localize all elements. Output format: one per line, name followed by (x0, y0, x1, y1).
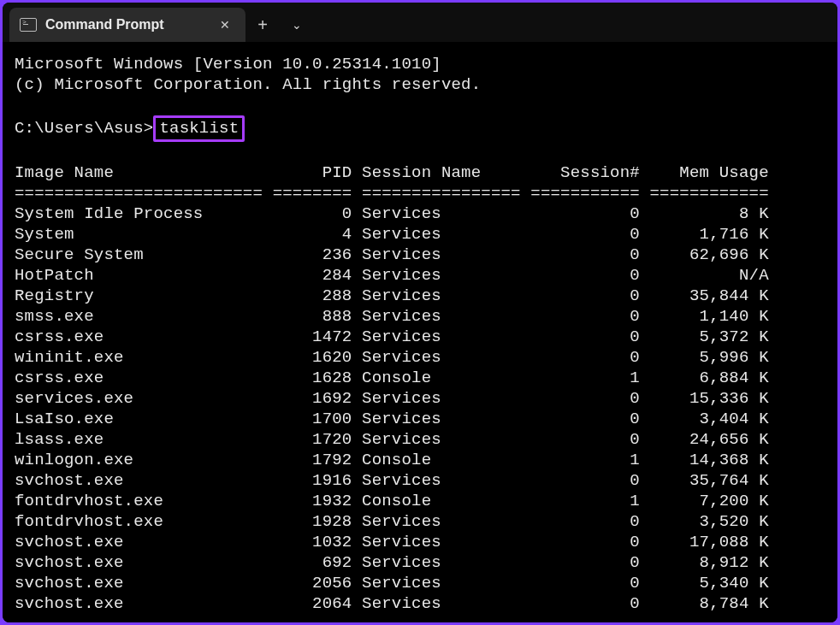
table-row: svchost.exe 1032 Services 0 17,088 K (15, 533, 769, 551)
table-row: svchost.exe 1916 Services 0 35,764 K (15, 471, 769, 490)
table-header: Image Name PID Session Name Session# Mem… (15, 163, 769, 182)
table-row: csrss.exe 1472 Services 0 5,372 K (15, 327, 769, 346)
table-row: smss.exe 888 Services 0 1,140 K (15, 307, 769, 326)
table-row: svchost.exe 2064 Services 0 8,784 K (15, 594, 769, 613)
tab-title: Command Prompt (45, 17, 216, 32)
table-row: fontdrvhost.exe 1932 Console 1 7,200 K (15, 492, 769, 510)
table-row: services.exe 1692 Services 0 15,336 K (15, 389, 769, 408)
table-row: lsass.exe 1720 Services 0 24,656 K (15, 430, 769, 449)
table-row: svchost.exe 2056 Services 0 5,340 K (15, 574, 769, 593)
table-row: HotPatch 284 Services 0 N/A (15, 266, 769, 285)
table-row: csrss.exe 1628 Console 1 6,884 K (15, 369, 769, 387)
table-row: System Idle Process 0 Services 0 8 K (15, 204, 769, 223)
header-line-2: (c) Microsoft Corporation. All rights re… (15, 75, 481, 94)
tab-close-button[interactable]: ✕ (216, 18, 234, 32)
tab-dropdown-button[interactable]: ⌄ (280, 8, 314, 42)
new-tab-button[interactable]: + (245, 8, 280, 42)
window: Command Prompt ✕ + ⌄ Microsoft Windows [… (3, 3, 837, 622)
titlebar: Command Prompt ✕ + ⌄ (3, 3, 837, 42)
terminal-icon (20, 18, 37, 32)
table-separator: ========================= ======== =====… (15, 184, 769, 203)
table-row: Secure System 236 Services 0 62,696 K (15, 245, 769, 264)
table-row: svchost.exe 692 Services 0 8,912 K (15, 553, 769, 572)
table-row: Registry 288 Services 0 35,844 K (15, 286, 769, 305)
table-row: winlogon.exe 1792 Console 1 14,368 K (15, 451, 769, 469)
tab-command-prompt[interactable]: Command Prompt ✕ (9, 8, 245, 42)
table-row: wininit.exe 1620 Services 0 5,996 K (15, 348, 769, 367)
table-row: LsaIso.exe 1700 Services 0 3,404 K (15, 410, 769, 428)
prompt-path: C:\Users\Asus> (15, 119, 153, 138)
terminal-output[interactable]: Microsoft Windows [Version 10.0.25314.10… (3, 42, 837, 622)
table-row: fontdrvhost.exe 1928 Services 0 3,520 K (15, 512, 769, 531)
table-row: System 4 Services 0 1,716 K (15, 225, 769, 244)
table-body: System Idle Process 0 Services 0 8 K Sys… (15, 203, 829, 614)
header-line-1: Microsoft Windows [Version 10.0.25314.10… (15, 55, 441, 74)
prompt-command: tasklist (153, 115, 245, 142)
